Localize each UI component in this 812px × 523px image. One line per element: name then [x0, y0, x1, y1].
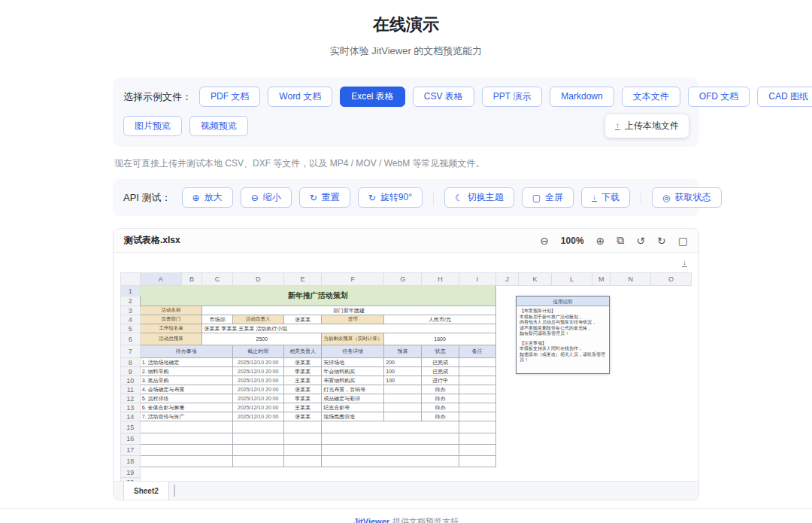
- empty-cell[interactable]: [495, 385, 518, 394]
- grid-corner[interactable]: [121, 273, 141, 286]
- column-header-E[interactable]: E: [283, 273, 322, 286]
- empty-cell[interactable]: [202, 467, 233, 478]
- cell[interactable]: 相关负责人: [283, 345, 322, 358]
- api-button-下载[interactable]: ↓下载: [581, 187, 630, 208]
- empty-cell[interactable]: [611, 456, 651, 467]
- column-header-N[interactable]: N: [611, 273, 651, 286]
- cell[interactable]: [140, 421, 232, 433]
- upload-button[interactable]: ↑ 上传本地文件: [605, 114, 689, 138]
- row-header-13[interactable]: 13: [121, 403, 141, 412]
- cell[interactable]: [459, 445, 495, 456]
- empty-cell[interactable]: [651, 394, 692, 403]
- column-header-K[interactable]: K: [519, 273, 552, 286]
- cell[interactable]: 待办事项: [140, 345, 232, 358]
- cell[interactable]: 年会物料购买: [322, 367, 384, 376]
- cell[interactable]: [459, 385, 495, 394]
- cell[interactable]: 张某某 李某某 王某某 活动执行小组: [202, 324, 495, 333]
- cell[interactable]: 当前剩余预算（实时计算）: [322, 333, 384, 345]
- column-header-D[interactable]: D: [232, 273, 283, 286]
- file-option-Markdown[interactable]: Markdown: [550, 87, 614, 107]
- cell[interactable]: [459, 358, 495, 367]
- cell[interactable]: [140, 456, 232, 467]
- cell[interactable]: 工作组名单: [140, 324, 202, 333]
- empty-cell[interactable]: [322, 467, 384, 478]
- file-option-视频预览[interactable]: 视频预览: [189, 116, 248, 136]
- api-button-旋转90°[interactable]: ↻旋转90°: [358, 187, 423, 208]
- empty-cell[interactable]: [651, 286, 692, 296]
- cell[interactable]: 2025/12/10 20:00: [232, 358, 283, 367]
- cell[interactable]: 进行中: [422, 376, 459, 385]
- row-header-6[interactable]: 6: [121, 333, 141, 345]
- cell[interactable]: 张某某: [283, 315, 322, 324]
- empty-cell[interactable]: [651, 445, 692, 456]
- cell[interactable]: 现场氛围营造: [322, 412, 384, 421]
- column-header-F[interactable]: F: [322, 273, 384, 286]
- empty-cell[interactable]: [140, 478, 181, 482]
- empty-cell[interactable]: [611, 306, 651, 315]
- empty-cell[interactable]: [592, 421, 611, 433]
- empty-cell[interactable]: [651, 376, 692, 385]
- column-header-O[interactable]: O: [651, 273, 692, 286]
- empty-cell[interactable]: [651, 324, 692, 333]
- empty-cell[interactable]: [283, 467, 322, 478]
- empty-cell[interactable]: [519, 467, 552, 478]
- empty-cell[interactable]: [519, 421, 552, 433]
- empty-cell[interactable]: [651, 467, 692, 478]
- empty-cell[interactable]: [611, 315, 651, 324]
- fullscreen-icon[interactable]: ▢: [678, 235, 688, 247]
- empty-cell[interactable]: [422, 478, 459, 482]
- empty-cell[interactable]: [611, 345, 651, 358]
- cell[interactable]: [283, 456, 322, 467]
- empty-cell[interactable]: [651, 385, 692, 394]
- empty-cell[interactable]: [552, 412, 592, 421]
- empty-cell[interactable]: [592, 403, 611, 412]
- empty-cell[interactable]: [651, 478, 692, 482]
- row-header-12[interactable]: 12: [121, 394, 141, 403]
- row-header-19[interactable]: 19: [121, 467, 141, 478]
- empty-cell[interactable]: [519, 445, 552, 456]
- empty-cell[interactable]: [651, 433, 692, 445]
- cell[interactable]: 截止时间: [232, 345, 283, 358]
- empty-cell[interactable]: [552, 286, 592, 296]
- cell[interactable]: 新年推广活动策划: [140, 286, 495, 306]
- column-header-L[interactable]: L: [552, 273, 592, 286]
- cell[interactable]: [384, 394, 422, 403]
- cell[interactable]: [322, 421, 459, 433]
- cell[interactable]: 已完成: [422, 358, 459, 367]
- cell[interactable]: 待办: [422, 403, 459, 412]
- empty-cell[interactable]: [592, 456, 611, 467]
- column-header-J[interactable]: J: [495, 273, 518, 286]
- file-option-图片预览[interactable]: 图片预览: [123, 116, 182, 136]
- cell[interactable]: 2. 物料采购: [140, 367, 232, 376]
- empty-cell[interactable]: [322, 478, 384, 482]
- api-button-全屏[interactable]: ▢全屏: [522, 187, 574, 208]
- empty-cell[interactable]: [459, 467, 495, 478]
- empty-cell[interactable]: [651, 358, 692, 367]
- empty-cell[interactable]: [495, 467, 518, 478]
- column-header-I[interactable]: I: [459, 273, 495, 286]
- empty-cell[interactable]: [552, 376, 592, 385]
- empty-cell[interactable]: [592, 445, 611, 456]
- row-header-4[interactable]: 4: [121, 315, 141, 324]
- row-header-2[interactable]: 2: [121, 296, 141, 306]
- fit-icon[interactable]: ⧉: [617, 234, 624, 247]
- empty-cell[interactable]: [592, 478, 611, 482]
- empty-cell[interactable]: [611, 367, 651, 376]
- cell[interactable]: 2025/12/10 20:00: [232, 376, 283, 385]
- cell[interactable]: 4. 会场确定与布置: [140, 385, 232, 394]
- cell[interactable]: 1. 活动场地确定: [140, 358, 232, 367]
- empty-cell[interactable]: [519, 385, 552, 394]
- cell[interactable]: 待办: [422, 385, 459, 394]
- empty-cell[interactable]: [519, 394, 552, 403]
- empty-cell[interactable]: [552, 403, 592, 412]
- cell[interactable]: 活动名称: [140, 306, 202, 315]
- empty-cell[interactable]: [140, 467, 181, 478]
- empty-cell[interactable]: [519, 456, 552, 467]
- empty-cell[interactable]: [181, 467, 202, 478]
- cell[interactable]: 预算: [384, 345, 422, 358]
- empty-cell[interactable]: [611, 433, 651, 445]
- cell[interactable]: [322, 445, 459, 456]
- cell[interactable]: [232, 421, 283, 433]
- cell[interactable]: 活动总预算: [140, 333, 202, 345]
- cell[interactable]: 货币: [322, 315, 384, 324]
